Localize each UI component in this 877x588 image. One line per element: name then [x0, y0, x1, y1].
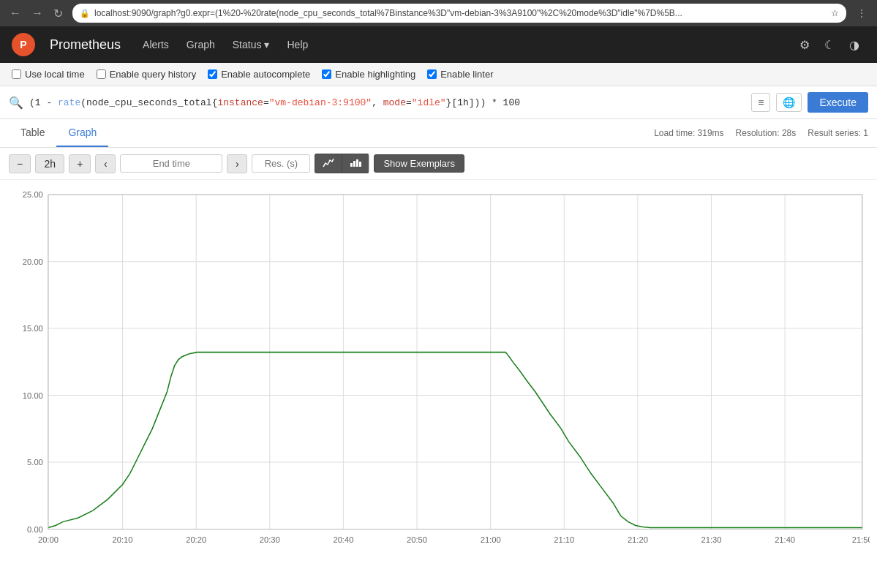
nav-status[interactable]: Status ▾	[225, 34, 277, 55]
enable-autocomplete-checkbox[interactable]: Enable autocomplete	[208, 69, 310, 80]
y-label-10: 10.00	[23, 391, 43, 400]
tabs-info: Load time: 319ms Resolution: 28s Result …	[654, 128, 868, 138]
x-label-2040: 20:40	[333, 535, 353, 544]
settings-button[interactable]: ⚙	[794, 34, 816, 56]
use-local-time-checkbox[interactable]: Use local time	[12, 69, 85, 80]
contrast-button[interactable]: ◑	[843, 34, 865, 56]
zoom-out-button[interactable]: −	[9, 154, 31, 173]
show-exemplars-button[interactable]: Show Exemplars	[374, 154, 464, 173]
forward-button[interactable]: →	[28, 5, 47, 22]
x-label-2020: 20:20	[186, 535, 206, 544]
prometheus-logo: P	[12, 33, 35, 56]
enable-query-history-checkbox[interactable]: Enable query history	[97, 69, 197, 80]
refresh-button[interactable]: ↻	[50, 5, 67, 22]
chart-type-buttons	[315, 154, 369, 173]
tabs-info-row: Table Graph Load time: 319ms Resolution:…	[0, 119, 877, 148]
resolution-input[interactable]	[252, 154, 310, 173]
duration-display: 2h	[35, 154, 64, 173]
execute-button[interactable]: Execute	[808, 92, 868, 113]
svg-rect-2	[356, 159, 358, 167]
result-series-label: Result series: 1	[808, 128, 868, 138]
chart-container: 25.00 20.00 15.00 10.00 5.00 0.00 20:00 …	[0, 180, 877, 559]
enable-linter-checkbox[interactable]: Enable linter	[427, 69, 493, 80]
x-label-2130: 21:30	[701, 535, 722, 544]
metrics-explorer-button[interactable]: 🌐	[776, 93, 802, 112]
tabs: Table Graph	[9, 119, 108, 147]
use-local-time-input[interactable]	[12, 69, 21, 79]
nav-alerts[interactable]: Alerts	[135, 34, 176, 55]
load-time-label: Load time: 319ms	[654, 128, 723, 138]
navbar-right: ⚙ ☾ ◑	[794, 34, 865, 56]
prev-time-button[interactable]: ‹	[95, 154, 116, 173]
svg-rect-22	[48, 195, 862, 529]
data-line	[48, 353, 862, 528]
x-label-2120: 21:20	[628, 535, 648, 544]
svg-rect-3	[359, 162, 361, 167]
x-label-2030: 20:30	[260, 535, 280, 544]
query-expression-display: (1 - rate(node_cpu_seconds_total{instanc…	[29, 97, 745, 108]
enable-query-history-input[interactable]	[97, 69, 106, 79]
nav-links: Alerts Graph Status ▾ Help	[135, 34, 315, 55]
enable-highlighting-input[interactable]	[322, 69, 331, 79]
resolution-label: Resolution: 28s	[736, 128, 797, 138]
format-query-button[interactable]: ≡	[751, 93, 770, 112]
enable-linter-input[interactable]	[427, 69, 437, 79]
y-label-25: 25.00	[23, 190, 43, 199]
enable-highlighting-checkbox[interactable]: Enable highlighting	[322, 69, 415, 80]
y-label-5: 5.00	[27, 458, 43, 467]
chevron-down-icon: ▾	[264, 39, 269, 50]
time-series-chart: 25.00 20.00 15.00 10.00 5.00 0.00 20:00 …	[7, 187, 870, 551]
y-label-0: 0.00	[27, 525, 43, 534]
svg-rect-0	[350, 163, 353, 167]
x-label-2100: 21:00	[481, 535, 501, 544]
graph-controls: − 2h + ‹ › Show Exemplars	[0, 148, 877, 180]
nav-graph[interactable]: Graph	[179, 34, 222, 55]
navbar: P Prometheus Alerts Graph Status ▾ Help …	[0, 26, 877, 63]
x-label-2150: 21:50	[852, 535, 870, 544]
y-label-15: 15.00	[23, 324, 43, 333]
browser-bar: ← → ↻ 🔒 localhost:9090/graph?g0.expr=(1%…	[0, 0, 877, 26]
tab-table[interactable]: Table	[9, 119, 56, 147]
x-label-2140: 21:40	[775, 535, 795, 544]
tab-graph[interactable]: Graph	[56, 119, 108, 147]
x-label-2110: 21:10	[554, 535, 574, 544]
x-label-2010: 20:10	[113, 535, 133, 544]
x-label-2050: 20:50	[407, 535, 427, 544]
browser-nav-buttons: ← → ↻	[6, 5, 67, 22]
search-icon[interactable]: 🔍	[9, 96, 23, 110]
stacked-chart-button[interactable]	[342, 154, 369, 173]
x-label-2000: 20:00	[38, 535, 59, 544]
line-chart-icon	[323, 158, 334, 170]
bookmark-icon[interactable]: ☆	[831, 8, 839, 18]
zoom-in-button[interactable]: +	[69, 154, 91, 173]
toolbar-row: Use local time Enable query history Enab…	[0, 63, 877, 86]
stacked-chart-icon	[350, 158, 361, 170]
dark-mode-button[interactable]: ☾	[818, 34, 840, 56]
lock-icon: 🔒	[80, 9, 90, 18]
back-button[interactable]: ←	[6, 5, 25, 22]
menu-button[interactable]: ⋮	[852, 6, 871, 20]
url-text: localhost:9090/graph?g0.expr=(1%20-%20ra…	[94, 8, 827, 18]
brand-name: Prometheus	[50, 37, 121, 53]
y-label-20: 20.00	[23, 257, 43, 266]
svg-rect-1	[353, 161, 355, 167]
address-bar[interactable]: 🔒 localhost:9090/graph?g0.expr=(1%20-%20…	[72, 4, 846, 23]
line-chart-button[interactable]	[315, 154, 342, 173]
enable-autocomplete-input[interactable]	[208, 69, 217, 79]
browser-actions: ⋮	[852, 6, 871, 20]
query-bar: 🔍 (1 - rate(node_cpu_seconds_total{insta…	[0, 86, 877, 119]
next-time-button[interactable]: ›	[227, 154, 247, 173]
nav-help[interactable]: Help	[279, 34, 315, 55]
end-time-input[interactable]	[120, 154, 222, 173]
